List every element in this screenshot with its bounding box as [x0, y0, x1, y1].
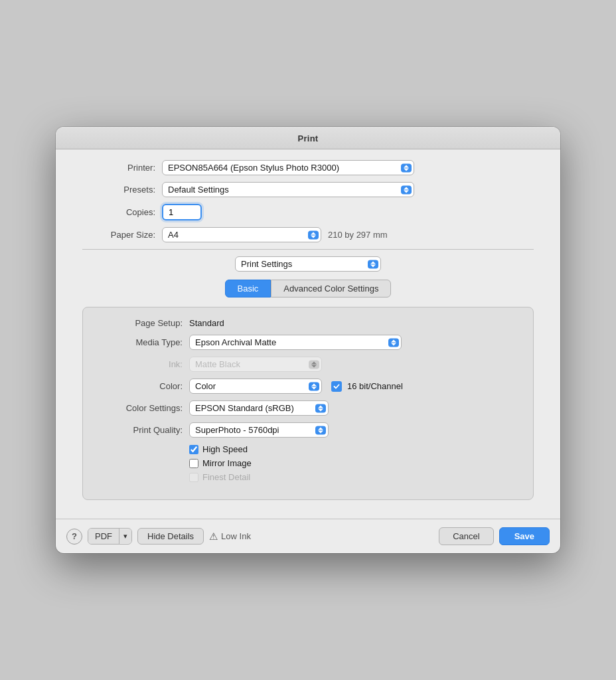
pdf-button[interactable]: PDF [88, 529, 119, 544]
tab-advanced-color[interactable]: Advanced Color Settings [271, 280, 391, 298]
mirror-image-row: Mirror Image [189, 458, 520, 468]
high-speed-label[interactable]: High Speed [202, 444, 248, 454]
media-type-label: Media Type: [96, 337, 183, 347]
settings-panel: Page Setup: Standard Media Type: Epson A… [82, 307, 534, 500]
paper-size-label: Paper Size: [82, 230, 155, 240]
save-button[interactable]: Save [499, 527, 550, 545]
copies-row: Copies: [82, 204, 534, 220]
divider-1 [82, 249, 534, 250]
paper-size-hint: 210 by 297 mm [328, 230, 388, 240]
bit-channel-group: 16 bit/Channel [331, 381, 403, 392]
paper-size-select-wrapper: A4 [162, 227, 321, 242]
printer-row: Printer: EPSON85A664 (Epson Stylus Photo… [82, 160, 534, 175]
bottom-bar: ? PDF ▾ Hide Details ⚠ Low Ink Cancel Sa… [56, 519, 560, 553]
section-dropdown-row: Print Settings [82, 256, 534, 272]
page-setup-value: Standard [189, 318, 224, 328]
dialog-body: Printer: EPSON85A664 (Epson Stylus Photo… [56, 149, 560, 519]
color-settings-row: Color Settings: EPSON Standard (sRGB) [96, 400, 520, 416]
finest-detail-row: Finest Detail [189, 472, 520, 482]
pdf-group: PDF ▾ [88, 528, 132, 545]
printer-select-wrapper: EPSON85A664 (Epson Stylus Photo R3000) [162, 160, 414, 175]
bit-channel-checkbox-icon [331, 381, 342, 392]
ink-label: Ink: [96, 359, 183, 369]
color-settings-select-wrapper: EPSON Standard (sRGB) [189, 400, 329, 416]
printer-select[interactable]: EPSON85A664 (Epson Stylus Photo R3000) [162, 160, 414, 175]
print-quality-select-wrapper: SuperPhoto - 5760dpi [189, 422, 329, 438]
high-speed-checkbox[interactable] [189, 445, 198, 454]
help-button[interactable]: ? [66, 529, 82, 545]
pdf-dropdown-button[interactable]: ▾ [119, 529, 131, 543]
section-select-wrapper: Print Settings [235, 256, 381, 272]
mirror-image-checkbox[interactable] [189, 459, 198, 468]
tab-group: Basic Advanced Color Settings [82, 280, 534, 298]
color-settings-label: Color Settings: [96, 403, 183, 413]
bit-channel-label: 16 bit/Channel [347, 381, 403, 391]
printer-label: Printer: [82, 163, 155, 173]
media-type-row: Media Type: Epson Archival Matte [96, 335, 520, 350]
color-settings-select[interactable]: EPSON Standard (sRGB) [189, 400, 329, 416]
title-bar: Print [56, 127, 560, 149]
section-select[interactable]: Print Settings [235, 256, 381, 272]
color-select-wrapper: Color [189, 379, 322, 394]
warning-icon: ⚠ [209, 531, 218, 543]
ink-select-wrapper: Matte Black [189, 357, 322, 372]
low-ink-label: Low Ink [221, 531, 251, 541]
print-quality-row: Print Quality: SuperPhoto - 5760dpi [96, 422, 520, 438]
presets-label: Presets: [82, 185, 155, 195]
low-ink-indicator: ⚠ Low Ink [209, 531, 251, 543]
finest-detail-label: Finest Detail [202, 472, 250, 482]
paper-size-select[interactable]: A4 [162, 227, 321, 242]
hide-details-button[interactable]: Hide Details [137, 528, 204, 545]
color-label: Color: [96, 381, 183, 391]
copies-input[interactable] [162, 204, 202, 220]
cancel-button[interactable]: Cancel [439, 527, 493, 545]
page-setup-row: Page Setup: Standard [96, 318, 520, 328]
ink-select[interactable]: Matte Black [189, 357, 322, 372]
presets-row: Presets: Default Settings [82, 182, 534, 197]
page-setup-label: Page Setup: [96, 318, 183, 328]
print-quality-select[interactable]: SuperPhoto - 5760dpi [189, 422, 329, 438]
checkmark-icon [333, 383, 340, 390]
finest-detail-checkbox[interactable] [189, 473, 198, 482]
color-row: Color: Color 16 bi [96, 379, 520, 394]
print-quality-label: Print Quality: [96, 425, 183, 435]
print-dialog: Print Printer: EPSON85A664 (Epson Stylus… [56, 127, 560, 553]
media-type-select[interactable]: Epson Archival Matte [189, 335, 402, 350]
copies-label: Copies: [82, 207, 155, 217]
presets-select-wrapper: Default Settings [162, 182, 414, 197]
color-select[interactable]: Color [189, 379, 322, 394]
high-speed-row: High Speed [189, 444, 520, 454]
paper-size-row: Paper Size: A4 210 by 297 mm [82, 227, 534, 242]
ink-row: Ink: Matte Black [96, 357, 520, 372]
mirror-image-label[interactable]: Mirror Image [202, 458, 252, 468]
window-title: Print [298, 133, 319, 143]
media-type-select-wrapper: Epson Archival Matte [189, 335, 402, 350]
presets-select[interactable]: Default Settings [162, 182, 414, 197]
tab-basic[interactable]: Basic [225, 280, 271, 298]
